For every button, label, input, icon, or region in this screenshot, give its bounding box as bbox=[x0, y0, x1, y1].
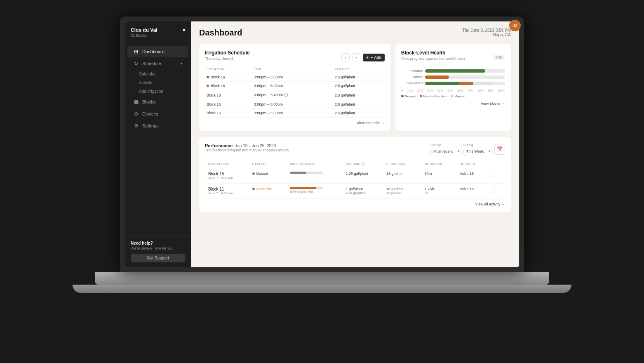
schedule-next-button[interactable]: › bbox=[352, 53, 360, 61]
perf-menu-cell: ⋮ bbox=[488, 168, 505, 184]
calendar-icon-button[interactable]: 📅 bbox=[494, 144, 505, 155]
perf-volume-cell: 1 gal/plant 1.25 gal/plant bbox=[342, 184, 383, 199]
org-logo[interactable]: Clos du Val 32 Blocks bbox=[125, 21, 191, 42]
sidebar-item-activity[interactable]: Activity bbox=[125, 78, 191, 87]
legend-dot-attention bbox=[420, 95, 422, 97]
performance-controls: Sort by Most recent ▾ During bbox=[430, 143, 505, 155]
org-sub: 32 Blocks bbox=[131, 33, 185, 38]
perf-irrigation-cell: Block 15 June 7 · 8:00 am bbox=[205, 168, 249, 184]
during-select[interactable]: This Week bbox=[463, 148, 492, 155]
irrigation-schedule-card: Irrigation Schedule Thursday, June 8 ‹ ›… bbox=[199, 44, 390, 131]
sidebar-item-blocks[interactable]: ▦ Blocks bbox=[127, 96, 188, 108]
completed-bar-fill bbox=[425, 82, 493, 85]
perf-status-cell: Manual bbox=[249, 168, 287, 184]
table-row: Block 16 3:00pm – 5:00pm 2.5 gal/plant bbox=[205, 109, 385, 118]
perf-flow-rate-cell: 18 gal/min 18 gal/min bbox=[383, 184, 421, 199]
devices-icon: ⊙ bbox=[133, 111, 139, 117]
header-meta: Thu June 8, 2023 3:59 PM Napa, CA bbox=[462, 28, 511, 37]
performance-header: Performance Jun 19 – Jun 25, 2023 Troubl… bbox=[205, 143, 505, 155]
schedule-chevron-icon: ▾ bbox=[181, 61, 183, 66]
schedule-card-header: Irrigation Schedule Thursday, June 8 ‹ ›… bbox=[205, 50, 385, 65]
laptop-base bbox=[95, 272, 549, 285]
schedule-location: Block 16 bbox=[205, 73, 252, 82]
col-water-usage: WATER USAGE bbox=[287, 160, 342, 168]
org-name: Clos du Val bbox=[131, 27, 185, 33]
sort-select-wrapper: Most recent ▾ bbox=[430, 147, 461, 155]
performance-table: IRRIGATION STATUS WATER USAGE VOLUME ⓘ F… bbox=[205, 160, 505, 199]
page-title: Dashboard bbox=[199, 28, 242, 38]
cards-row: Irrigation Schedule Thursday, June 8 ‹ ›… bbox=[199, 44, 511, 131]
row-menu-button[interactable]: ⋮ bbox=[491, 187, 497, 193]
table-row: Block 15 June 7 · 8:00 am Manual bbox=[205, 168, 505, 184]
performance-table-header: IRRIGATION STATUS WATER USAGE VOLUME ⓘ F… bbox=[205, 160, 505, 168]
view-all-activity-link[interactable]: View all activity → bbox=[205, 202, 505, 206]
schedule-volume: 2.5 gal/plant bbox=[333, 90, 385, 100]
sidebar-item-settings[interactable]: ⚙ Settings bbox=[127, 120, 188, 132]
laptop-bottom bbox=[73, 285, 571, 293]
sidebar-item-devices[interactable]: ⊙ Devices bbox=[127, 108, 188, 120]
sort-label: Sort by bbox=[430, 143, 461, 147]
perf-flow-rate-cell: 18 gal/min bbox=[383, 168, 421, 184]
status-dot-cancelled bbox=[252, 188, 255, 190]
current-bar-fill bbox=[425, 75, 449, 79]
sidebar-item-calendar[interactable]: Calendar bbox=[125, 70, 191, 78]
support-button[interactable]: Get Support bbox=[131, 254, 185, 262]
schedule-location: Block 16 bbox=[205, 82, 252, 90]
org-dropdown-icon[interactable] bbox=[183, 27, 185, 33]
settings-icon: ⚙ bbox=[133, 123, 139, 129]
water-bar-fill bbox=[290, 172, 306, 174]
help-section: Need help? We're always here for you. Ge… bbox=[125, 236, 191, 267]
row-menu-button[interactable]: ⋮ bbox=[491, 172, 497, 178]
perf-devices-cell: Valve 15 bbox=[456, 168, 488, 184]
sidebar-item-schedule[interactable]: ↻ Schedule ▾ bbox=[127, 58, 188, 69]
add-irrigation-button[interactable]: + + Add bbox=[363, 54, 385, 61]
perf-water-usage-cell bbox=[287, 168, 342, 184]
health-axis: 0 10% 20% 30% 40% 50% 60% 70% 80% 90% 10… bbox=[401, 89, 505, 92]
schedule-time: 3:00pm – 5:00pm bbox=[252, 100, 333, 109]
schedule-card-date: Thursday, June 8 bbox=[205, 57, 250, 61]
table-row: Block 11 June 7 · 8:00 am Cancelled bbox=[205, 184, 505, 199]
help-title: Need help? bbox=[131, 241, 185, 245]
during-label: During bbox=[463, 143, 492, 147]
col-flow-rate: FLOW RATE bbox=[383, 160, 421, 168]
col-duration: DURATION bbox=[421, 160, 456, 168]
sidebar-item-add-irrigation[interactable]: Add irrigation bbox=[125, 87, 191, 96]
schedule-prev-button[interactable]: ‹ bbox=[341, 53, 350, 61]
water-pct-label: 80% of planned bbox=[290, 190, 339, 193]
table-row: Block 16 3:00pm – 5:00pm 2.5 gal/plant bbox=[205, 100, 385, 109]
view-calendar-link[interactable]: View calendar → bbox=[205, 121, 385, 125]
header-location: Napa, CA bbox=[462, 33, 511, 37]
col-volume: VOLUME ⓘ bbox=[342, 160, 383, 168]
schedule-icon: ↻ bbox=[133, 61, 139, 66]
schedule-time: 3:00pm – 5:00pm bbox=[252, 73, 333, 82]
performance-title: Performance bbox=[205, 143, 233, 148]
performance-subtitle: Troubleshoot irregular and manual irriga… bbox=[205, 148, 289, 152]
schedule-card-title: Irrigation Schedule bbox=[205, 50, 250, 56]
sidebar-item-dashboard[interactable]: ⊞ Dashboard bbox=[127, 46, 188, 57]
schedule-location: Block 16 bbox=[205, 109, 252, 118]
planned-bar-fill bbox=[425, 69, 485, 73]
blocks-icon: ▦ bbox=[133, 99, 139, 105]
sort-select[interactable]: Most recent bbox=[430, 148, 461, 155]
table-row: Block 16 3:00pm – 5:00pm 2.5 gal/plant bbox=[205, 82, 385, 90]
col-volume: VOLUME bbox=[333, 66, 385, 73]
health-bars: Planned Current bbox=[401, 69, 505, 85]
status-dot-manual bbox=[252, 172, 255, 175]
perf-menu-cell: ⋮ bbox=[488, 184, 505, 199]
sidebar-nav: ⊞ Dashboard ↻ Schedule ▾ Calendar Activi… bbox=[125, 42, 191, 236]
plus-icon: + bbox=[366, 55, 369, 60]
performance-title-area: Performance Jun 19 – Jun 25, 2023 Troubl… bbox=[205, 143, 289, 152]
table-row: Block 16 3:00pm – 5:00pm 2.5 gal/plant bbox=[205, 73, 385, 82]
col-time: TIME bbox=[252, 66, 333, 73]
bar-current: Current bbox=[401, 75, 505, 79]
view-blocks-link[interactable]: View blocks → bbox=[401, 101, 505, 106]
col-irrigation: IRRIGATION bbox=[205, 160, 249, 168]
status-dot-green bbox=[207, 76, 209, 78]
schedule-volume: 2.5 gal/plant bbox=[333, 82, 385, 90]
table-row: Block 16 3:00pm – 6:46pm ⓘ 2.5 gal/plant bbox=[205, 90, 385, 100]
performance-card: Performance Jun 19 – Jun 25, 2023 Troubl… bbox=[199, 137, 511, 212]
block-health-card: Block-Level Health View progress against… bbox=[395, 44, 511, 131]
legend-dot-manual bbox=[451, 95, 453, 97]
col-status: STATUS bbox=[249, 160, 287, 168]
bar-planned: Planned bbox=[401, 69, 505, 73]
